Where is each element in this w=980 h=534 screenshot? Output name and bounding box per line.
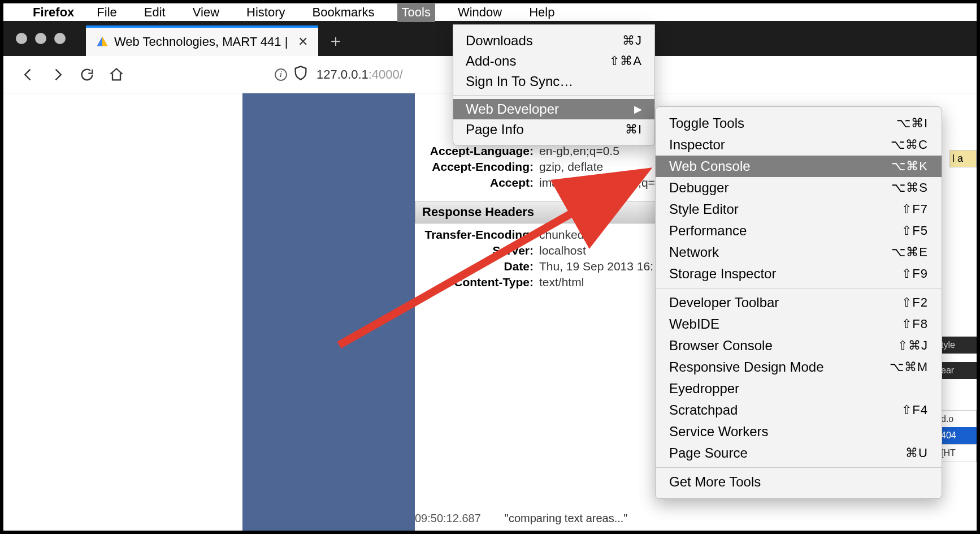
menu-label: Performance <box>669 223 747 239</box>
console-line: 09:50:12.687 "comparing text areas..." <box>415 511 627 525</box>
submenu-arrow-icon: ▶ <box>634 103 642 115</box>
header-key: Accept: <box>420 176 534 190</box>
submenu-responsive-design[interactable]: Responsive Design Mode⌥⌘M <box>656 356 942 378</box>
menu-label: Web Developer <box>466 101 559 117</box>
menu-help[interactable]: Help <box>524 3 559 22</box>
new-tab-button[interactable]: ＋ <box>318 25 353 56</box>
header-value: localhost <box>534 244 664 257</box>
submenu-page-source[interactable]: Page Source⌘U <box>656 442 942 464</box>
submenu-toggle-tools[interactable]: Toggle Tools⌥⌘I <box>656 113 942 134</box>
back-button[interactable] <box>16 62 41 87</box>
submenu-style-editor[interactable]: Style Editor⇧F7 <box>656 199 942 220</box>
submenu-get-more-tools[interactable]: Get More Tools <box>656 471 942 493</box>
submenu-network[interactable]: Network⌥⌘E <box>656 242 942 263</box>
shield-icon[interactable] <box>293 65 309 84</box>
menu-label: Page Info <box>466 122 524 137</box>
menu-window[interactable]: Window <box>453 3 506 22</box>
favicon-icon <box>96 36 109 48</box>
svg-marker-2 <box>102 37 107 46</box>
submenu-performance[interactable]: Performance⇧F5 <box>656 220 942 242</box>
dark-fragment: ear <box>937 362 977 379</box>
submenu-eyedropper[interactable]: Eyedropper <box>656 378 942 399</box>
shortcut: ⌘U <box>905 446 928 460</box>
headers-panel: Accept-Language:en-gb,en;q=0.5 Accept-En… <box>415 143 669 290</box>
shortcut: ⇧F8 <box>901 317 928 331</box>
menu-label: Toggle Tools <box>669 115 744 131</box>
menu-edit[interactable]: Edit <box>140 3 170 22</box>
zoom-window-icon[interactable] <box>54 33 66 44</box>
shortcut: ⇧F5 <box>901 223 928 238</box>
header-key: Accept-Encoding: <box>420 160 534 174</box>
menu-label: Service Workers <box>669 424 769 440</box>
menu-label: Responsive Design Mode <box>669 359 823 375</box>
shortcut: ⌘J <box>622 33 642 48</box>
header-value: gzip, deflate <box>534 160 664 174</box>
tab-title: Web Technologies, MART 441 | <box>114 35 288 49</box>
submenu-service-workers[interactable]: Service Workers <box>656 421 942 442</box>
dark-fragment: tyle <box>937 337 977 354</box>
shortcut: ⌘I <box>625 122 642 137</box>
menu-signin[interactable]: Sign In To Sync… <box>453 71 654 92</box>
header-key: Server: <box>420 244 534 257</box>
submenu-web-console[interactable]: Web Console⌥⌘K <box>656 156 942 177</box>
home-button[interactable] <box>104 62 129 87</box>
menu-label: Style Editor <box>669 201 739 217</box>
menu-history[interactable]: History <box>242 3 289 22</box>
submenu-debugger[interactable]: Debugger⌥⌘S <box>656 177 942 199</box>
menu-label: Inspector <box>669 137 725 153</box>
menu-web-developer[interactable]: Web Developer▶ <box>453 99 654 119</box>
right-fragment: l a <box>949 150 977 171</box>
menu-label: Network <box>669 244 719 260</box>
shortcut: ⇧⌘A <box>609 54 642 68</box>
url-host: 127.0.0.1 <box>316 67 368 82</box>
close-window-icon[interactable] <box>16 33 27 44</box>
menu-view[interactable]: View <box>188 3 224 22</box>
page-sidebar <box>242 93 415 531</box>
menu-label: Add-ons <box>466 53 516 69</box>
browser-tab[interactable]: Web Technologies, MART 441 | ✕ <box>86 25 318 56</box>
submenu-scratchpad[interactable]: Scratchpad⇧F4 <box>656 399 942 421</box>
menu-bookmarks[interactable]: Bookmarks <box>307 3 379 22</box>
submenu-storage-inspector[interactable]: Storage Inspector⇧F9 <box>656 263 942 285</box>
submenu-developer-toolbar[interactable]: Developer Toolbar⇧F2 <box>656 292 942 313</box>
close-tab-icon[interactable]: ✕ <box>298 35 308 49</box>
menu-label: Debugger <box>669 180 729 196</box>
menu-addons[interactable]: Add-ons⇧⌘A <box>453 51 654 71</box>
header-value: text/html <box>534 275 664 289</box>
reload-button[interactable] <box>75 62 99 87</box>
header-key: Accept-Language: <box>420 144 534 158</box>
menu-tools[interactable]: Tools <box>397 3 435 22</box>
app-name[interactable]: Firefox <box>33 5 74 20</box>
menu-page-info[interactable]: Page Info⌘I <box>453 119 654 140</box>
header-value: Thu, 19 Sep 2013 16: <box>534 260 664 273</box>
shortcut: ⇧⌘J <box>897 338 928 353</box>
shortcut: ⌥⌘K <box>891 159 928 174</box>
minimize-window-icon[interactable] <box>35 33 46 44</box>
light-fragment: [HT <box>937 444 977 462</box>
tools-dropdown: Downloads⌘J Add-ons⇧⌘A Sign In To Sync… … <box>453 24 655 146</box>
url-bar[interactable]: i 127.0.0.1:4000/ <box>275 63 403 86</box>
menu-file[interactable]: File <box>92 3 121 22</box>
submenu-browser-console[interactable]: Browser Console⇧⌘J <box>656 335 942 356</box>
menu-label: Scratchpad <box>669 402 738 418</box>
menu-label: Downloads <box>466 33 533 49</box>
submenu-inspector[interactable]: Inspector⌥⌘C <box>656 134 942 156</box>
header-key: Transfer-Encoding: <box>420 228 534 242</box>
shortcut: ⇧F9 <box>901 266 928 281</box>
header-value: image/png,image/*;q=0 <box>534 176 664 190</box>
traffic-lights[interactable] <box>3 21 86 56</box>
menu-label: Eyedropper <box>669 381 739 397</box>
info-icon[interactable]: i <box>275 68 287 81</box>
menu-label: Browser Console <box>669 338 773 354</box>
submenu-webide[interactable]: WebIDE⇧F8 <box>656 313 942 335</box>
menu-label: WebIDE <box>669 316 719 332</box>
header-value: chunked <box>534 228 664 242</box>
console-time: 09:50:12.687 <box>415 512 481 524</box>
menu-label: Sign In To Sync… <box>466 74 573 89</box>
shortcut: ⌥⌘S <box>891 180 928 195</box>
menu-label: Developer Toolbar <box>669 295 779 311</box>
menu-downloads[interactable]: Downloads⌘J <box>453 31 654 51</box>
menu-separator <box>453 95 654 96</box>
forward-button[interactable] <box>45 62 70 87</box>
shortcut: ⌥⌘M <box>890 360 928 374</box>
